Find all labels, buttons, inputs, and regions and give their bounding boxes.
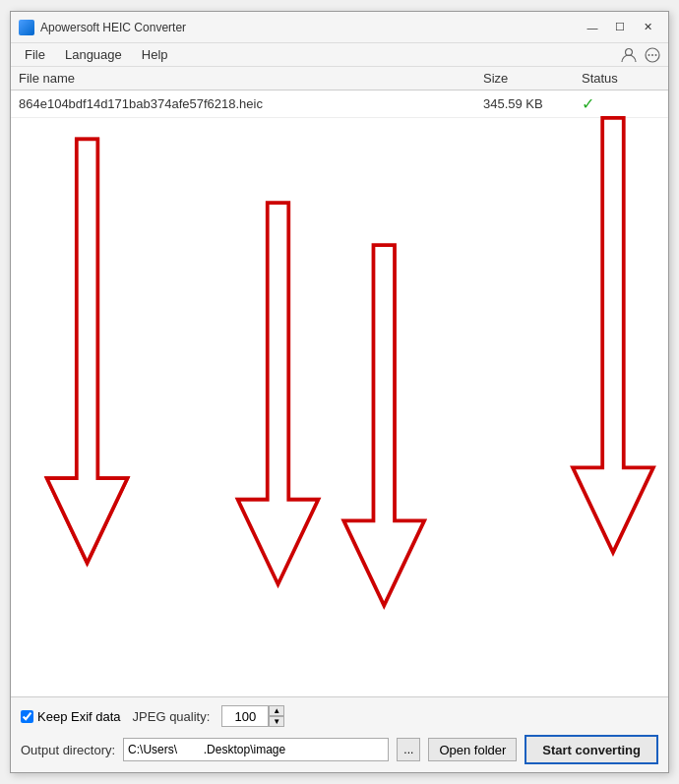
menu-language[interactable]: Language [55,45,132,64]
window-title: Apowersoft HEIC Converter [40,21,580,34]
jpeg-quality-label: JPEG quality: [133,709,211,724]
svg-point-2 [648,54,650,56]
directory-row: Output directory: ... Open folder Start … [21,735,658,764]
menu-file[interactable]: File [15,45,55,64]
options-row: Keep Exif data JPEG quality: ▲ ▼ [21,705,658,727]
start-converting-button[interactable]: Start converting [525,735,658,764]
menu-bar: File Language Help [11,43,668,67]
file-size-cell: 345.59 KB [483,96,582,111]
window-controls: — ☐ ✕ [580,18,660,37]
jpeg-quality-input[interactable] [221,705,269,727]
table-row[interactable]: 864e104bdf14d171bab374afe57f6218.heic 34… [11,90,668,118]
svg-marker-5 [47,139,128,563]
app-icon [19,20,34,35]
header-size: Size [483,71,582,86]
svg-point-4 [655,54,657,56]
menu-help[interactable]: Help [132,45,178,64]
annotation-arrows [11,90,668,696]
svg-point-3 [651,54,653,56]
title-bar: Apowersoft HEIC Converter — ☐ ✕ [11,12,668,43]
output-dir-label: Output directory: [21,743,115,757]
file-list-body: 864e104bdf14d171bab374afe57f6218.heic 34… [11,90,668,696]
main-window: Apowersoft HEIC Converter — ☐ ✕ File Lan… [10,11,669,773]
file-list-container: File name Size Status 864e104bdf14d171ba… [11,67,668,696]
browse-button[interactable]: ... [397,738,420,761]
open-folder-button[interactable]: Open folder [428,738,517,761]
bottom-panel: Keep Exif data JPEG quality: ▲ ▼ Output … [11,696,668,772]
quality-up-button[interactable]: ▲ [269,705,284,716]
output-dir-input[interactable] [123,738,389,761]
keep-exif-label[interactable]: Keep Exif data [21,709,121,724]
close-button[interactable]: ✕ [635,18,660,37]
chat-icon[interactable] [641,43,664,67]
keep-exif-checkbox[interactable] [21,710,33,723]
file-name-cell: 864e104bdf14d171bab374afe57f6218.heic [19,96,483,111]
file-status-cell: ✓ [582,94,660,113]
quality-spinner: ▲ ▼ [269,705,284,727]
quality-down-button[interactable]: ▼ [269,716,284,727]
minimize-button[interactable]: — [580,18,605,37]
header-status: Status [582,71,660,86]
user-icon[interactable] [617,43,641,67]
file-list-header: File name Size Status [11,67,668,90]
header-filename: File name [19,71,483,86]
maximize-button[interactable]: ☐ [607,18,633,37]
